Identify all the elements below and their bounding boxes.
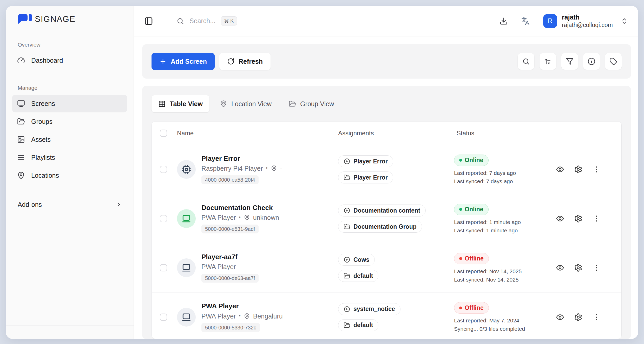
nav-section-overview: Overview (18, 42, 127, 48)
table-row: Documentation Check PWA Player • unknown… (152, 194, 621, 243)
group-chip[interactable]: Documentation Group (338, 221, 422, 233)
player-type: PWA Player (201, 312, 236, 320)
info-button[interactable] (583, 53, 600, 70)
more-actions-button[interactable] (592, 264, 601, 272)
kebab-menu-icon (592, 165, 601, 174)
download-button[interactable] (500, 17, 508, 25)
tab-location-view[interactable]: Location View (213, 95, 278, 112)
player-type: PWA Player (201, 214, 236, 221)
toolbar-icons (518, 53, 622, 70)
settings-button[interactable] (574, 313, 582, 321)
screen-location: Bengaluru (253, 312, 283, 320)
select-all-checkbox[interactable] (160, 130, 167, 137)
screen-name: Player-aa7f (201, 253, 259, 261)
sidebar-item-label: Playlists (31, 154, 55, 161)
sidebar-item-addons[interactable]: Add-ons (12, 196, 127, 213)
settings-button[interactable] (574, 214, 582, 223)
screen-location: unknown (253, 214, 279, 221)
screen-id-badge: 5000-0000-de63-aa7f (201, 274, 259, 283)
tag-icon (609, 58, 617, 65)
circle-play-icon (344, 306, 350, 313)
view-button[interactable] (556, 214, 564, 223)
more-actions-button[interactable] (592, 313, 601, 321)
screens-section: Table View Location View Group View (142, 86, 631, 339)
playlist-chip[interactable]: Player Error (338, 155, 393, 167)
settings-button[interactable] (574, 165, 582, 174)
more-actions-button[interactable] (592, 165, 601, 174)
sidebar-item-assets[interactable]: Assets (12, 131, 127, 148)
list-icon (17, 154, 25, 161)
folder-open-icon (289, 100, 296, 107)
group-name: Documentation Group (353, 223, 417, 230)
dot-separator: • (239, 313, 240, 319)
folder-open-icon (17, 118, 25, 125)
last-synced: Last synced: Nov 14, 2025 (454, 277, 553, 283)
kebab-menu-icon (592, 264, 601, 272)
view-button[interactable] (556, 264, 564, 272)
playlist-chip[interactable]: Cows (338, 254, 375, 266)
sidebar-item-screens[interactable]: Screens (12, 95, 127, 112)
tab-label: Location View (231, 100, 272, 108)
add-screen-button[interactable]: Add Screen (152, 53, 215, 70)
kebab-menu-icon (592, 313, 601, 321)
playlist-name: Documentation content (353, 207, 420, 214)
view-button[interactable] (556, 313, 564, 321)
language-button[interactable] (521, 17, 530, 25)
playlist-chip[interactable]: system_notice (338, 303, 400, 315)
row-checkbox[interactable] (160, 314, 167, 321)
sidebar-item-dashboard[interactable]: Dashboard (12, 52, 127, 69)
group-chip[interactable]: Player Error (338, 171, 393, 183)
row-checkbox[interactable] (160, 215, 167, 222)
row-checkbox[interactable] (160, 264, 167, 271)
sync-progress: Syncing... 0/3 files completed (454, 326, 553, 332)
refresh-button[interactable]: Refresh (219, 53, 271, 70)
more-actions-button[interactable] (592, 214, 601, 223)
addons-label: Add-ons (18, 201, 42, 208)
view-button[interactable] (556, 165, 564, 174)
screen-avatar (177, 258, 196, 277)
tab-group-view[interactable]: Group View (282, 95, 341, 112)
sidebar-item-label: Dashboard (31, 57, 63, 64)
playlist-chip[interactable]: Documentation content (338, 205, 426, 216)
circle-play-icon (344, 158, 350, 165)
brand-name: SIGNAGE (35, 14, 75, 24)
sort-button[interactable] (540, 53, 556, 70)
tab-table-view[interactable]: Table View (152, 95, 209, 112)
user-avatar[interactable]: R (543, 14, 557, 28)
screen-name: Documentation Check (201, 204, 279, 212)
kebab-menu-icon (592, 214, 601, 223)
sidebar-item-groups[interactable]: Groups (12, 113, 127, 130)
chevron-right-icon (115, 201, 122, 208)
brand-logo: SIGNAGE (18, 14, 127, 24)
group-chip[interactable]: default (338, 270, 378, 282)
row-checkbox[interactable] (160, 166, 167, 173)
screen-id-badge: 5000-0000-e531-9adf (201, 225, 259, 233)
table-header: Name Assignments Status (152, 122, 621, 145)
app-window: SIGNAGE Overview Dashboard Manage Screen… (6, 6, 638, 339)
download-icon (500, 17, 508, 25)
monitor-icon (17, 100, 25, 107)
screens-toolbar: Add Screen Refresh (142, 44, 631, 79)
main-area: Search... ⌘ K R rajath rajath@colloqi.co… (134, 6, 638, 339)
group-chip[interactable]: default (338, 319, 378, 331)
user-menu-button[interactable] (621, 17, 628, 25)
user-name: rajath (562, 13, 613, 21)
status-dot (459, 257, 462, 260)
settings-button[interactable] (574, 264, 582, 272)
sidebar-item-locations[interactable]: Locations (12, 167, 127, 184)
filter-button[interactable] (561, 53, 578, 70)
circle-play-icon (344, 256, 350, 263)
cpu-chip-icon (181, 164, 191, 174)
sidebar-item-playlists[interactable]: Playlists (12, 149, 127, 166)
panel-left-icon (144, 17, 153, 26)
table-search-button[interactable] (518, 53, 534, 70)
status-badge: Online (454, 155, 489, 166)
topbar-right: R rajath rajath@colloqi.com (500, 13, 628, 29)
sort-ascending-icon (544, 58, 552, 65)
tag-button[interactable] (605, 53, 622, 70)
plus-icon (159, 58, 167, 65)
search-input[interactable]: Search... ⌘ K (176, 16, 237, 26)
sidebar-toggle-button[interactable] (144, 17, 153, 26)
search-icon (522, 58, 530, 65)
table-row: PWA Player PWA Player • Bengaluru 5000-0… (152, 292, 621, 339)
